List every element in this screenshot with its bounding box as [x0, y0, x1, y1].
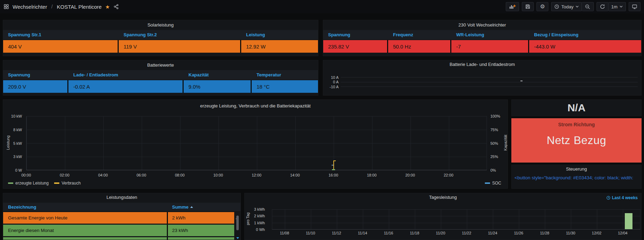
- verbrauch-data-spike: [333, 160, 334, 170]
- settings-icon: ⚙: [540, 4, 545, 9]
- chevron-down-icon: [620, 6, 623, 8]
- panel-title[interactable]: erzeugte Leistung, Verbrauch und die Bat…: [3, 102, 508, 110]
- y-tick-label: 75%: [490, 127, 506, 132]
- cycle-view-button[interactable]: [629, 2, 641, 11]
- chevron-down-icon: [576, 6, 579, 8]
- y-tick-label: 5 kW: [3, 141, 23, 146]
- soc-data-mark: [332, 165, 333, 166]
- stat-value-cell: 12.92 W: [241, 40, 318, 53]
- control-code-text: <button style="background: #E03434; colo…: [512, 173, 641, 180]
- grafana-dashboard: Wechselrichter / KOSTAL Plenticore ★ ⚙ T…: [0, 0, 644, 240]
- panel-solarleistung: Solarleistung Spannung Str.1Spannung Str…: [3, 20, 318, 56]
- value-row: 235.82 V50.0 Hz-7-443.0 W: [323, 40, 641, 53]
- column-header[interactable]: Spannung Str.2: [119, 32, 241, 37]
- refresh-interval-label: 1m: [611, 4, 617, 9]
- gridline: [341, 82, 638, 82]
- stat-value-cell: 50.0 Hz: [388, 40, 451, 53]
- row-value: 23 kWh: [168, 225, 234, 236]
- stat-value-cell: 9.0%: [184, 80, 252, 93]
- legend-item[interactable]: SOC: [485, 181, 501, 186]
- save-dashboard-button[interactable]: [522, 2, 534, 11]
- panel-strom-richtung: Strom Richtung Netz Bezug: [511, 118, 642, 163]
- add-panel-button[interactable]: [506, 2, 519, 11]
- panel-tagesleistung: Tagesleistung Last 4 weeks pro Tag 3 kWh…: [244, 193, 642, 240]
- breadcrumb-section[interactable]: Wechselrichter: [13, 4, 47, 10]
- column-header[interactable]: Frequenz: [388, 32, 451, 37]
- time-range-text: Last 4 weeks: [612, 195, 638, 200]
- column-header[interactable]: Spannung Str.1: [3, 32, 119, 37]
- erzeugte-leistung-data-mark: [332, 169, 335, 170]
- column-header-bezeichnung[interactable]: Bezeichnung: [3, 204, 168, 210]
- x-axis: 00:0002:0004:0006:0008:0010:0012:0014:00…: [16, 173, 459, 177]
- x-tick-label: 00:00: [16, 173, 37, 177]
- panel-title[interactable]: Solarleistung: [3, 20, 318, 30]
- column-header[interactable]: Spannung: [323, 32, 388, 37]
- x-tick-label: 12/04: [610, 231, 636, 235]
- x-tick-label: 02:00: [54, 173, 75, 177]
- x-tick-label: 11/26: [506, 231, 532, 235]
- column-header-row: SpannungFrequenzWR-LeistungBezug / Einsp…: [323, 30, 641, 39]
- column-header[interactable]: Temperatur: [252, 72, 318, 77]
- panel-title[interactable]: Tagesleistung: [245, 193, 641, 202]
- column-header[interactable]: Leistung: [241, 32, 318, 37]
- legend-right: SOC: [485, 181, 501, 186]
- value-row: 404 V119 V12.92 W: [3, 40, 318, 53]
- y-tick-label: 0 Wh: [245, 227, 267, 232]
- legend-swatch: [8, 182, 13, 184]
- x-tick-label: 18:00: [361, 173, 382, 177]
- table-scrollbar[interactable]: [236, 211, 240, 239]
- column-header[interactable]: Lade- / Entladestrom: [68, 72, 184, 77]
- apps-grid-icon[interactable]: [3, 4, 9, 9]
- breadcrumb-page[interactable]: KOSTAL Plenticore: [57, 4, 102, 10]
- panel-title[interactable]: Leistungsdaten: [3, 193, 240, 202]
- gridline-row: 10 A: [326, 75, 638, 80]
- table-row[interactable]: Gesamte Energie von Heute 2 kWh: [3, 212, 234, 224]
- legend-label: Verbrauch: [61, 181, 81, 186]
- panel-batteriewerte: Batteriewerte SpannungLade- / Entladestr…: [3, 60, 318, 96]
- column-header[interactable]: Bezug / Einspeisung: [529, 32, 642, 37]
- daily-chart-plot-area[interactable]: [272, 209, 641, 230]
- table-row[interactable]: Energie dieses Jahr 1 MWh: [3, 237, 234, 240]
- scroll-down-icon[interactable]: [236, 237, 239, 239]
- top-navbar: Wechselrichter / KOSTAL Plenticore ★ ⚙ T…: [0, 0, 644, 13]
- panel-time-range-link[interactable]: Last 4 weeks: [606, 195, 638, 200]
- column-header[interactable]: Spannung: [3, 72, 68, 77]
- favorite-star-icon[interactable]: ★: [105, 4, 110, 9]
- legend-item[interactable]: Verbrauch: [54, 181, 81, 186]
- stat-value-cell: 235.82 V: [323, 40, 388, 53]
- x-tick-label: 12/02: [584, 231, 609, 235]
- time-range-picker[interactable]: Today: [551, 2, 582, 11]
- battery-chart-grid[interactable]: 10 A 0 A -10 A: [326, 75, 638, 89]
- y-tick-label: 0 A: [326, 80, 341, 84]
- dashboard-settings-button[interactable]: ⚙: [536, 2, 548, 11]
- panel-title[interactable]: 230 Volt Wechselrichter: [323, 20, 641, 30]
- panel-title[interactable]: Batterie Lade- und Entladestrom: [323, 60, 641, 69]
- column-header-summe[interactable]: Summe: [168, 204, 193, 210]
- x-tick-label: 11/18: [402, 231, 428, 235]
- gridline-row: 0 A: [326, 80, 638, 85]
- stat-value-cell: -0.02 A: [68, 80, 184, 93]
- column-header[interactable]: Kapazität: [184, 72, 252, 77]
- table-row[interactable]: Energie diesen Monat 23 kWh: [3, 225, 234, 236]
- panel-main-chart: erzeugte Leistung, Verbrauch und die Bat…: [3, 99, 508, 189]
- panel-title[interactable]: Batteriewerte: [3, 60, 318, 70]
- refresh-button[interactable]: [597, 2, 608, 11]
- panel-title[interactable]: Steuerung: [512, 165, 641, 173]
- value-row: 209.0 V-0.02 A9.0%18 °C: [3, 80, 318, 93]
- table-body: Gesamte Energie von Heute 2 kWh Energie …: [3, 212, 234, 240]
- share-icon[interactable]: [113, 4, 119, 9]
- column-header[interactable]: WR-Leistung: [451, 32, 529, 37]
- row-label: Energie dieses Jahr: [3, 237, 168, 240]
- x-tick-label: 08:00: [169, 173, 190, 177]
- legend-label: erzeugte Leistung: [15, 181, 49, 186]
- x-tick-label: 11/16: [376, 231, 401, 235]
- stat-value-cell: -443.0 W: [529, 40, 642, 53]
- scrollbar-thumb[interactable]: [236, 216, 239, 230]
- refresh-interval-dropdown[interactable]: 1m: [608, 2, 626, 11]
- legend-item[interactable]: erzeugte Leistung: [8, 181, 49, 186]
- stat-value-cell: 119 V: [119, 40, 241, 53]
- panel-title[interactable]: Strom Richtung: [512, 119, 641, 127]
- zoom-out-button[interactable]: [582, 2, 594, 11]
- main-chart-plot-area[interactable]: [26, 116, 487, 170]
- sort-asc-icon: [190, 206, 193, 208]
